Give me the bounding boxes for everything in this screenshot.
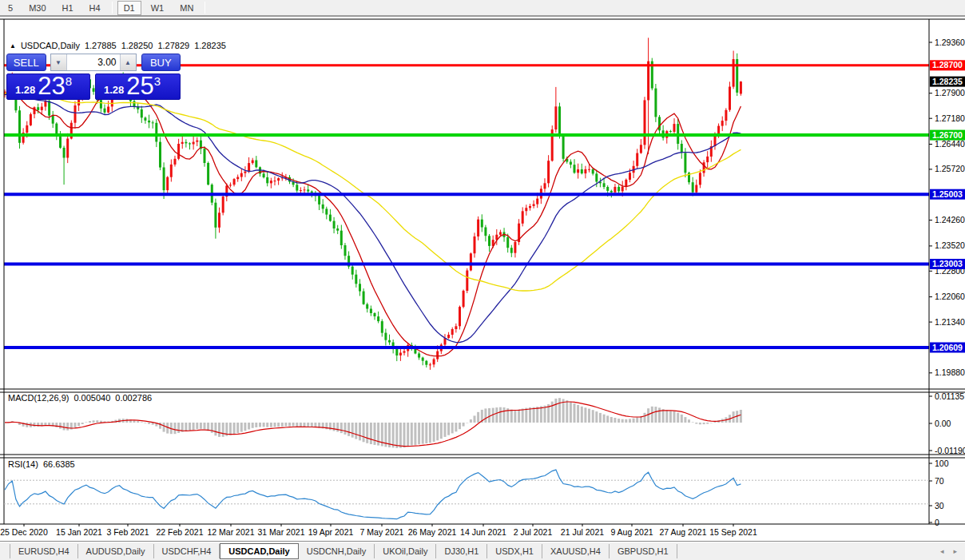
ma-line-9	[5, 90, 741, 356]
toolbar-separator	[112, 2, 113, 14]
timeframe-button-M30[interactable]: M30	[22, 1, 52, 15]
sell-price-base: 1.28	[15, 84, 35, 96]
price-axis[interactable]: 1.293601.279001.271801.264401.257201.242…	[929, 38, 965, 527]
date-tick-label: 27 Aug 2021	[660, 527, 707, 537]
ohlc-close: 1.28235	[194, 41, 226, 50]
macd-signal-line	[5, 402, 741, 447]
rsi-line	[5, 470, 741, 519]
chart-title: USDCAD,Daily	[21, 41, 80, 50]
rsi-axis-label: 30	[935, 501, 944, 510]
rsi-axis-label: 0	[935, 518, 939, 527]
symbol-tab-xauusd[interactable]: XAUUSD,H4	[542, 544, 610, 558]
timeframe-button-MN[interactable]: MN	[173, 1, 200, 15]
chart-window[interactable]: 1.293601.279001.271801.264401.257201.242…	[0, 18, 965, 541]
timeframe-button-H1[interactable]: H1	[56, 1, 80, 15]
date-tick-label: 7 May 2021	[360, 527, 404, 537]
rsi-axis-label: 100	[935, 459, 949, 468]
buy-price-base: 1.28	[104, 84, 124, 96]
volume-stepper: ▼ 3.00 ▲	[50, 54, 137, 71]
date-tick-label: 3 Feb 2021	[106, 527, 149, 537]
date-tick-label: 9 Aug 2021	[610, 527, 653, 537]
symbol-tab-usdcnh[interactable]: USDCNH,Daily	[299, 544, 375, 558]
rsi-axis-label: 70	[935, 476, 944, 486]
date-tick-label: 2 Jul 2021	[514, 527, 553, 537]
collapse-triangle-icon[interactable]: ▲	[10, 42, 16, 50]
tab-scroll-right-icon[interactable]: ▸	[953, 547, 957, 555]
timeframe-button-5[interactable]: 5	[2, 1, 19, 15]
symbol-tab-usdcad[interactable]: USDCAD,Daily	[220, 543, 298, 559]
ma-line-55	[5, 93, 741, 291]
rsi-panel	[4, 470, 929, 519]
timeframe-button-H4[interactable]: H4	[83, 1, 107, 15]
price-tick-label: 1.26440	[935, 139, 965, 149]
rsi-name: RSI(14)	[8, 459, 38, 469]
timeframe-button-D1[interactable]: D1	[117, 1, 141, 15]
rsi-value: 66.6385	[43, 459, 75, 469]
date-tick-label: 25 Dec 2020	[0, 527, 48, 537]
macd-axis-label: 0.00	[935, 419, 951, 428]
macd-indicator-label: MACD(12,26,9) 0.005040 0.002786	[8, 393, 152, 403]
chart-header: ▲ USDCAD,Daily 1.27885 1.28250 1.27829 1…	[10, 41, 226, 50]
price-tick-label: 1.25720	[935, 164, 965, 173]
price-badge-label: 1.20609	[932, 343, 963, 352]
macd-name: MACD(12,26,9)	[8, 393, 69, 403]
sell-price-big: 23	[38, 76, 65, 97]
toolbar-separator	[205, 2, 205, 14]
price-tick-label: 1.22060	[935, 292, 965, 301]
date-tick-label: 14 Jun 2021	[460, 527, 506, 537]
macd-panel	[4, 398, 742, 448]
date-tick-label: 21 Jul 2021	[561, 527, 604, 537]
one-click-trade-panel: SELL ▼ 3.00 ▲ BUY 1.28 23 8 1.28 25 3	[6, 54, 181, 100]
macd-axis-label: -0.011904	[935, 446, 965, 455]
price-badge-label: 1.26700	[932, 130, 963, 140]
sell-price-box[interactable]: 1.28 23 8	[6, 73, 90, 100]
buy-price-box[interactable]: 1.28 25 3	[95, 73, 181, 100]
date-tick-label: 15 Sep 2021	[709, 527, 757, 537]
price-tick-label: 1.21340	[935, 317, 965, 327]
price-tick-label: 1.29360	[935, 38, 965, 47]
date-tick-label: 31 Mar 2021	[258, 527, 305, 537]
sell-button[interactable]: SELL	[6, 54, 46, 71]
price-tick-label: 1.24260	[935, 215, 965, 224]
time-axis[interactable]: 25 Dec 202015 Jan 20213 Feb 202122 Feb 2…	[0, 524, 757, 537]
buy-price-big: 25	[126, 76, 153, 97]
buy-button[interactable]: BUY	[141, 54, 181, 71]
symbol-tab-usdchf[interactable]: USDCHF,H4	[154, 544, 220, 558]
symbol-tab-gbpusd[interactable]: GBPUSD,H1	[610, 544, 677, 558]
ohlc-low: 1.27829	[157, 41, 189, 50]
symbol-tab-audusd[interactable]: AUDUSD,Daily	[78, 544, 154, 558]
date-tick-label: 15 Jan 2021	[56, 527, 102, 537]
macd-value-signal: 0.002786	[115, 393, 152, 403]
volume-decrease-button[interactable]: ▼	[51, 54, 67, 70]
price-tick-label: 1.27180	[935, 113, 965, 123]
symbol-tab-eurusd[interactable]: EURUSD,H4	[10, 544, 78, 558]
mt4-window: 5M30H1H4D1W1MN 1.293601.279001.271801.26…	[0, 0, 965, 560]
macd-axis-label: 0.01135	[935, 391, 964, 401]
ohlc-high: 1.28250	[121, 41, 153, 50]
volume-increase-button[interactable]: ▲	[120, 54, 136, 70]
date-tick-label: 12 Mar 2021	[208, 527, 255, 537]
date-tick-label: 22 Feb 2021	[157, 527, 204, 537]
symbol-tab-dj30[interactable]: DJ30,H1	[436, 544, 487, 558]
price-badge-label: 1.25003	[932, 189, 963, 199]
tab-scroll-buttons: ◂▸	[940, 547, 957, 555]
macd-value-main: 0.005040	[73, 393, 110, 403]
price-badge-label: 1.23003	[932, 259, 963, 268]
price-tick-label: 1.23520	[935, 240, 965, 250]
sell-price-sup: 8	[66, 75, 72, 87]
tab-scroll-left-icon[interactable]: ◂	[940, 547, 944, 555]
price-tick-label: 1.19880	[935, 367, 965, 377]
volume-input[interactable]: 3.00	[67, 54, 120, 70]
date-tick-label: 26 May 2021	[408, 527, 457, 537]
buy-price-sup: 3	[154, 75, 161, 87]
symbol-tab-usdx[interactable]: USDX,H1	[487, 544, 542, 558]
price-tick-label: 1.27900	[935, 88, 965, 97]
timeframe-toolbar[interactable]: 5M30H1H4D1W1MN	[0, 0, 965, 17]
ma-line-25	[5, 93, 741, 343]
price-badge-label: 1.28235	[932, 77, 963, 86]
symbol-tab-ukoil[interactable]: UKOil,Daily	[375, 544, 436, 558]
price-badge-label: 1.28700	[932, 60, 963, 70]
timeframe-button-W1[interactable]: W1	[145, 1, 171, 15]
ohlc-open: 1.27885	[85, 41, 117, 50]
date-tick-label: 19 Apr 2021	[308, 527, 354, 537]
